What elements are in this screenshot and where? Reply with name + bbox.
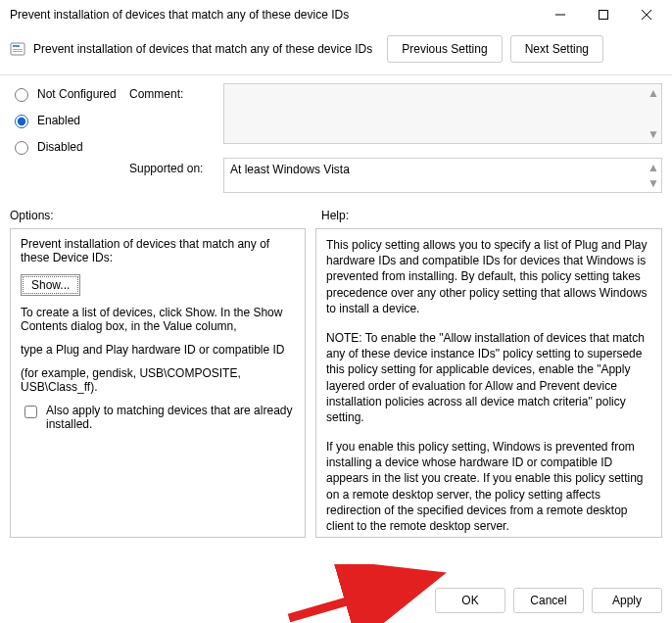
help-paragraph-2: NOTE: To enable the "Allow installation … xyxy=(326,330,651,425)
radio-disabled-input[interactable] xyxy=(15,141,28,155)
help-label: Help: xyxy=(321,209,349,222)
radio-enabled-input[interactable] xyxy=(15,115,28,128)
also-apply-checkbox[interactable] xyxy=(24,406,37,418)
options-instruction-3: (for example, gendisk, USB\COMPOSITE, US… xyxy=(21,366,295,394)
svg-rect-1 xyxy=(600,11,608,20)
radio-not-configured[interactable]: Not Configured xyxy=(10,85,118,102)
header-subtitle: Prevent installation of devices that mat… xyxy=(33,42,379,56)
also-apply-label: Also apply to matching devices that are … xyxy=(46,404,295,431)
policy-icon xyxy=(10,41,25,57)
options-heading: Prevent installation of devices that mat… xyxy=(21,237,295,264)
window-title: Prevent installation of devices that mat… xyxy=(8,8,539,22)
supported-on-text: At least Windows Vista xyxy=(230,163,350,176)
radio-disabled-label: Disabled xyxy=(37,140,83,154)
footer-buttons: OK Cancel Apply xyxy=(435,588,662,613)
help-paragraph-3: If you enable this policy setting, Windo… xyxy=(326,439,651,534)
radio-enabled-label: Enabled xyxy=(37,114,80,127)
help-paragraph-1: This policy setting allows you to specif… xyxy=(326,237,651,316)
annotation-arrow-icon xyxy=(284,564,451,623)
svg-rect-6 xyxy=(13,49,23,50)
scroll-indicator: ▲▼ xyxy=(648,161,659,190)
options-pane: Prevent installation of devices that mat… xyxy=(10,228,306,538)
titlebar: Prevent installation of devices that mat… xyxy=(0,0,672,29)
cancel-button[interactable]: Cancel xyxy=(513,588,584,613)
close-button[interactable] xyxy=(625,1,668,28)
radio-disabled[interactable]: Disabled xyxy=(10,138,118,155)
supported-on-label: Supported on: xyxy=(129,158,223,175)
options-instruction-1: To create a list of devices, click Show.… xyxy=(21,306,295,333)
next-setting-button[interactable]: Next Setting xyxy=(510,35,603,63)
options-label: Options: xyxy=(10,209,306,222)
comment-label: Comment: xyxy=(129,83,223,101)
svg-rect-7 xyxy=(13,51,23,52)
scroll-indicator: ▲▼ xyxy=(648,86,659,141)
header-row: Prevent installation of devices that mat… xyxy=(0,29,672,75)
apply-button[interactable]: Apply xyxy=(592,588,662,613)
options-instruction-2: type a Plug and Play hardware ID or comp… xyxy=(21,343,295,357)
maximize-button[interactable] xyxy=(582,1,625,28)
supported-on-value: At least Windows Vista ▲▼ xyxy=(223,158,662,193)
minimize-button[interactable] xyxy=(539,1,582,28)
show-button[interactable]: Show... xyxy=(21,274,80,296)
radio-enabled[interactable]: Enabled xyxy=(10,112,118,128)
help-pane: This policy setting allows you to specif… xyxy=(315,228,662,538)
previous-setting-button[interactable]: Previous Setting xyxy=(387,35,502,63)
svg-rect-5 xyxy=(13,45,20,47)
radio-not-configured-input[interactable] xyxy=(15,88,28,102)
comment-textarea[interactable]: ▲▼ xyxy=(223,83,662,144)
ok-button[interactable]: OK xyxy=(435,588,505,613)
radio-not-configured-label: Not Configured xyxy=(37,87,117,101)
svg-line-9 xyxy=(289,580,421,618)
